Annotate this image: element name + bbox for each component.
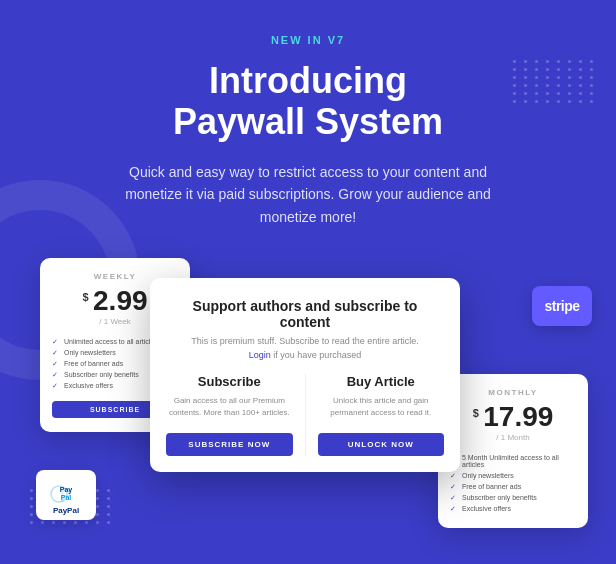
modal-login-link[interactable]: Login xyxy=(249,350,271,360)
buy-article-option-title: Buy Article xyxy=(318,374,445,389)
subscribe-option-title: Subscribe xyxy=(166,374,293,389)
monthly-currency: $ xyxy=(473,407,479,419)
monthly-price-row: $ 17.99 xyxy=(450,403,576,431)
monthly-feature-2: Only newsletters xyxy=(450,470,576,481)
monthly-period: / 1 Month xyxy=(450,433,576,442)
paywall-modal: Support authors and subscribe to content… xyxy=(150,278,460,472)
modal-login-text: Login if you have purchased xyxy=(166,350,444,360)
new-badge: NEW IN V7 xyxy=(271,34,345,46)
modal-title: Support authors and subscribe to content xyxy=(166,298,444,330)
unlock-now-button[interactable]: UNLOCK NOW xyxy=(318,433,445,456)
subscribe-option-desc: Gain access to all our Premium contents.… xyxy=(166,395,293,423)
stripe-badge: stripe xyxy=(532,286,592,326)
paypal-badge: Pay Pal P PayPal xyxy=(36,470,96,520)
weekly-currency: $ xyxy=(82,291,88,303)
subscribe-option: Subscribe Gain access to all our Premium… xyxy=(166,374,293,456)
monthly-card-label: MONTHLY xyxy=(450,388,576,397)
modal-divider xyxy=(305,374,306,456)
monthly-feature-5: Exclusive offers xyxy=(450,503,576,514)
cards-container: WEEKLY $ 2.99 / 1 Week Unlimited access … xyxy=(0,258,616,528)
page-subtitle: Quick and easy way to restrict access to… xyxy=(108,161,508,228)
monthly-feature-4: Subscriber only benefits xyxy=(450,492,576,503)
monthly-features: 5 Month Unlimited access to all articles… xyxy=(450,452,576,514)
modal-options: Subscribe Gain access to all our Premium… xyxy=(166,374,444,456)
subscribe-now-button[interactable]: SUBSCRIBE NOW xyxy=(166,433,293,456)
buy-article-option: Buy Article Unlock this article and gain… xyxy=(318,374,445,456)
modal-description: This is premium stuff. Subscribe to read… xyxy=(166,336,444,346)
paypal-text: PayPal xyxy=(36,506,96,515)
monthly-price: 17.99 xyxy=(483,401,553,432)
monthly-card: MONTHLY $ 17.99 / 1 Month 5 Month Unlimi… xyxy=(438,374,588,528)
weekly-price: 2.99 xyxy=(93,285,148,316)
page-title: IntroducingPaywall System xyxy=(0,60,616,143)
monthly-feature-3: Free of banner ads xyxy=(450,481,576,492)
stripe-text: stripe xyxy=(544,298,579,314)
svg-text:P: P xyxy=(60,486,72,506)
monthly-feature-1: 5 Month Unlimited access to all articles xyxy=(450,452,576,470)
buy-article-option-desc: Unlock this article and gain permanent a… xyxy=(318,395,445,423)
